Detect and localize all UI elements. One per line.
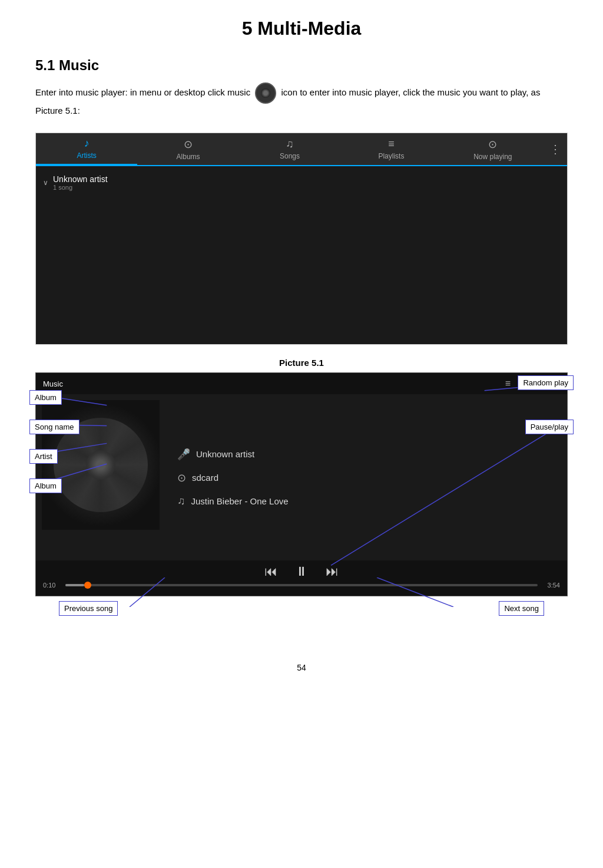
- annotation-pause-play: Pause/play: [525, 420, 574, 434]
- intro-text-part1: Enter into music player: in menu or desk…: [35, 87, 253, 97]
- tabs-bar: ♪ Artists ⊙ Albums ♫ Songs ≡ Playlists ⊙…: [36, 133, 567, 166]
- annotation-song-name: Song name: [29, 420, 79, 434]
- tab-now-playing-label: Now playing: [473, 153, 512, 161]
- tab-playlists[interactable]: ≡ Playlists: [340, 133, 442, 165]
- tab-songs[interactable]: ♫ Songs: [239, 133, 340, 165]
- song-count: 1 song: [53, 184, 108, 191]
- tab-artists[interactable]: ♪ Artists: [36, 133, 137, 165]
- player-bottom: ⏮ ⏸ ⏭ 0:10 3:54: [36, 560, 567, 596]
- playlists-icon: ≡: [388, 138, 395, 150]
- annotation-artist: Artist: [29, 449, 58, 464]
- screenshot-2: Music ≡ ✕ ↺ ⋮ 🎤 Unknown artist: [35, 372, 568, 596]
- page-number: 54: [0, 663, 603, 690]
- player-main: 🎤 Unknown artist ⊙ sdcard ♫ Justin Biebe…: [36, 394, 567, 560]
- artist-info: Unknown artist 1 song: [53, 174, 108, 191]
- songs-icon: ♫: [286, 138, 294, 150]
- pause-play-button[interactable]: ⏸: [295, 564, 308, 579]
- section-heading: 5.1 Music: [0, 51, 603, 82]
- vinyl-center: [86, 450, 115, 480]
- next-button[interactable]: ⏭: [326, 564, 339, 579]
- tab-playlists-label: Playlists: [378, 152, 404, 160]
- music-icon-inline: [255, 82, 276, 104]
- mic-icon: 🎤: [177, 448, 190, 461]
- artist-row[interactable]: ∨ Unknown artist 1 song: [43, 171, 560, 194]
- annotation-previous-song: Previous song: [59, 601, 118, 616]
- tab-now-playing[interactable]: ⊙ Now playing: [442, 133, 544, 165]
- albums-icon: ⊙: [184, 138, 193, 151]
- player-source: sdcard: [192, 473, 218, 483]
- annotation-next-song: Next song: [499, 601, 544, 616]
- intro-paragraph: Enter into music player: in menu or desk…: [0, 82, 603, 127]
- progress-bar[interactable]: [65, 584, 538, 586]
- tab-albums[interactable]: ⊙ Albums: [137, 133, 238, 165]
- screenshot-1: ♪ Artists ⊙ Albums ♫ Songs ≡ Playlists ⊙…: [35, 133, 568, 345]
- annotation-random-play: Random play: [518, 375, 574, 390]
- song-row: ♫ Justin Bieber - One Love: [177, 495, 555, 507]
- tab-albums-label: Albums: [177, 153, 200, 161]
- time-current: 0:10: [43, 582, 61, 589]
- progress-fill: [65, 584, 84, 586]
- tab-songs-label: Songs: [280, 152, 300, 160]
- player-info: 🎤 Unknown artist ⊙ sdcard ♫ Justin Biebe…: [165, 394, 567, 560]
- artist-name: Unknown artist: [53, 174, 108, 184]
- controls-row: ⏮ ⏸ ⏭: [36, 560, 567, 580]
- chevron-icon: ∨: [43, 179, 48, 187]
- now-playing-icon: ⊙: [488, 138, 497, 151]
- player-topbar: Music ≡ ✕ ↺ ⋮: [36, 373, 567, 394]
- more-options[interactable]: ⋮: [544, 142, 567, 156]
- list-icon[interactable]: ≡: [505, 378, 511, 389]
- tab-artists-label: Artists: [77, 151, 97, 160]
- disc-icon: ⊙: [177, 471, 186, 484]
- note-icon: ♫: [177, 495, 185, 507]
- player-song: Justin Bieber - One Love: [191, 496, 289, 506]
- progress-row: 0:10 3:54: [36, 580, 567, 590]
- source-row: ⊙ sdcard: [177, 471, 555, 484]
- screenshot-2-container: Album Song name Artist Album Random play…: [35, 372, 568, 616]
- bottom-annotations: Previous song Next song: [35, 601, 568, 616]
- artist-list: ∨ Unknown artist 1 song: [36, 166, 567, 199]
- artists-icon: ♪: [84, 137, 90, 150]
- player-title: Music: [43, 379, 499, 388]
- time-total: 3:54: [542, 582, 560, 589]
- player-artist: Unknown artist: [196, 449, 254, 459]
- picture-caption: Picture 5.1: [0, 351, 603, 372]
- annotation-album-bottom: Album: [29, 478, 62, 493]
- prev-button[interactable]: ⏮: [264, 564, 277, 579]
- progress-thumb[interactable]: [84, 582, 91, 589]
- artist-row-info: 🎤 Unknown artist: [177, 448, 555, 461]
- page-title: 5 Multi-Media: [0, 0, 603, 51]
- annotation-album-top: Album: [29, 390, 62, 405]
